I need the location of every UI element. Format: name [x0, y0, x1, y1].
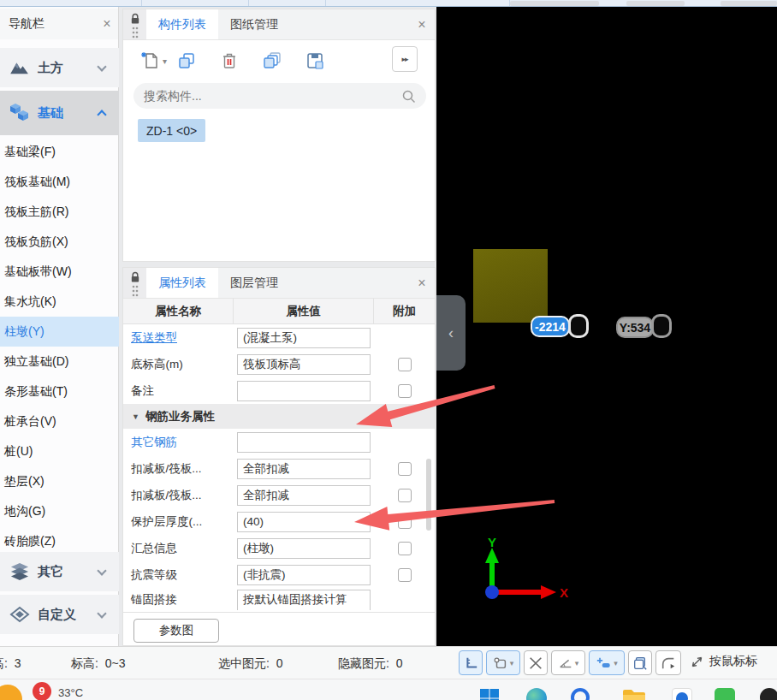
delete-component-button[interactable]: [215, 46, 244, 75]
sidebar-item-pile[interactable]: 桩(U): [0, 436, 119, 466]
tab-component-list[interactable]: 构件列表: [146, 9, 218, 39]
sidebar-item-pile-cap[interactable]: 桩承台(V): [0, 406, 119, 436]
snap-mode-button[interactable]: ▾: [486, 650, 520, 675]
expand-toolbar-button[interactable]: ▸▸: [392, 46, 418, 72]
search-icon: [401, 89, 416, 104]
property-value-input[interactable]: (混凝土泵): [237, 328, 371, 348]
notification-badge[interactable]: 9: [33, 682, 51, 700]
tab-layer-management[interactable]: 图层管理: [218, 268, 290, 298]
property-value-input[interactable]: 全部扣减: [237, 485, 371, 506]
sidebar-item-foundation-slab-band[interactable]: 基础板带(W): [0, 257, 119, 287]
chevron-down-icon: [97, 62, 106, 71]
property-name-remark: 备注: [123, 383, 234, 399]
column-header-name: 属性名称: [123, 299, 234, 323]
ortho-mode-button[interactable]: [459, 650, 483, 675]
parameter-diagram-button[interactable]: 参数图: [133, 619, 219, 643]
extra-checkbox[interactable]: [398, 568, 412, 582]
extra-checkbox[interactable]: [398, 384, 412, 398]
weather-icon[interactable]: [0, 685, 22, 700]
section-rebar-business-properties[interactable]: ▼ 钢筋业务属性: [123, 404, 435, 429]
sidebar-item-column-pier[interactable]: 柱墩(Y): [0, 317, 119, 347]
tab-property-list[interactable]: 属性列表: [146, 268, 218, 298]
save-component-button[interactable]: [300, 46, 329, 75]
diamond-icon: [7, 606, 33, 623]
sidebar-item-strip-foundation[interactable]: 条形基础(T): [0, 377, 119, 406]
component-list-item-zd1[interactable]: ZD-1 <0>: [138, 119, 205, 142]
sidebar-group-earthwork[interactable]: 土方: [0, 48, 119, 87]
extra-checkbox[interactable]: [398, 462, 412, 476]
property-value-input[interactable]: (40): [237, 512, 371, 532]
property-value-input[interactable]: 按默认锚固搭接计算: [237, 590, 371, 610]
elevation-label: 标高: 0~3: [71, 656, 125, 672]
dropdown-caret-icon: ▾: [510, 659, 514, 667]
table-row: 锚固搭接 按默认锚固搭接计算: [123, 588, 435, 612]
sidebar-item-trench[interactable]: 地沟(G): [0, 496, 119, 526]
property-name-other-rebar[interactable]: 其它钢筋: [123, 435, 234, 450]
coordinate-y-toggle[interactable]: [651, 314, 672, 338]
property-scrollbar-thumb[interactable]: [426, 459, 431, 531]
cross-snap-button[interactable]: [524, 650, 548, 675]
drag-dots-icon: [132, 27, 139, 39]
folder-icon[interactable]: [622, 688, 646, 700]
column-pier-element[interactable]: [473, 249, 548, 323]
element-display-button[interactable]: [628, 650, 652, 675]
extra-checkbox[interactable]: [398, 515, 412, 529]
coordinate-y-input[interactable]: Y:534: [616, 317, 654, 338]
close-icon[interactable]: ×: [409, 9, 435, 39]
tab-drawing-management[interactable]: 图纸管理: [218, 9, 290, 39]
property-value-input[interactable]: 筏板顶标高: [237, 354, 371, 375]
save-icon: [305, 51, 324, 70]
panel-drag-handle[interactable]: [123, 9, 146, 39]
property-value-input[interactable]: (非抗震): [237, 565, 371, 585]
extra-checkbox[interactable]: [398, 542, 412, 555]
angle-snap-button[interactable]: ▾: [551, 650, 585, 675]
edge-browser-icon[interactable]: [526, 688, 547, 700]
drawing-canvas[interactable]: ‹ -2214 Y:534 Y X: [436, 7, 777, 646]
panel-collapse-handle[interactable]: ‹: [436, 295, 466, 371]
sidebar-group-label: 土方: [33, 60, 98, 76]
fillet-tool-button[interactable]: [655, 650, 681, 675]
sidebar-item-cushion[interactable]: 垫层(X): [0, 466, 119, 496]
sidebar-item-raft-main-rebar[interactable]: 筏板主筋(R): [0, 197, 119, 227]
sidebar-item-sump-pit[interactable]: 集水坑(K): [0, 287, 119, 317]
dark-app-icon[interactable]: [760, 688, 777, 700]
property-value-input[interactable]: 全部扣减: [237, 459, 371, 479]
hidden-elements-label: 隐藏图元: 0: [338, 656, 402, 672]
property-value-input[interactable]: [237, 381, 371, 401]
browser-ring-icon[interactable]: [571, 688, 590, 700]
search-input[interactable]: [144, 89, 401, 103]
app-blue-circle-icon[interactable]: [672, 688, 692, 700]
property-value-input[interactable]: [237, 432, 371, 453]
sidebar-item-independent-foundation[interactable]: 独立基础(D): [0, 347, 119, 377]
panel-drag-handle[interactable]: [123, 268, 146, 298]
sidebar-group-foundation[interactable]: 基础: [0, 91, 119, 135]
sidebar-group-label: 其它: [33, 564, 98, 580]
green-app-icon[interactable]: [715, 688, 735, 700]
temperature-label[interactable]: 33°C: [58, 686, 83, 699]
sidebar-title: 导航栏: [0, 16, 96, 32]
copy-component-button[interactable]: [172, 46, 201, 75]
coordinate-x-toggle[interactable]: [568, 314, 589, 338]
sidebar-group-custom[interactable]: 自定义: [0, 595, 119, 634]
table-row: 泵送类型 (混凝土泵): [123, 324, 435, 351]
property-value-input[interactable]: (柱墩): [237, 538, 371, 559]
sidebar-item-foundation-beam[interactable]: 基础梁(F): [0, 137, 119, 167]
dropdown-caret-icon[interactable]: ▾: [163, 56, 167, 66]
new-component-button[interactable]: [135, 46, 164, 75]
close-icon[interactable]: ×: [96, 16, 118, 32]
coordinate-x-input[interactable]: -2214: [531, 316, 570, 337]
extra-checkbox[interactable]: [398, 489, 412, 502]
close-icon[interactable]: ×: [409, 268, 435, 298]
windows-start-icon[interactable]: [479, 688, 500, 700]
sidebar-item-raft-foundation[interactable]: 筏板基础(M): [0, 167, 119, 197]
layer-copy-button[interactable]: [258, 46, 287, 75]
lock-icon: [130, 271, 140, 282]
extra-checkbox[interactable]: [398, 358, 412, 371]
lock-icon: [130, 13, 140, 24]
dynamic-input-button[interactable]: ▾: [589, 650, 625, 675]
sidebar-group-other[interactable]: 其它: [0, 552, 119, 591]
property-name-pump-type[interactable]: 泵送类型: [123, 330, 234, 346]
status-bar: 高: 3 标高: 0~3 选中图元: 0 隐藏图元: 0 ▾ ▾ ▾: [0, 646, 777, 679]
property-table-header: 属性名称 属性值 附加: [123, 299, 435, 324]
sidebar-item-raft-negative-rebar[interactable]: 筏板负筋(X): [0, 227, 119, 257]
